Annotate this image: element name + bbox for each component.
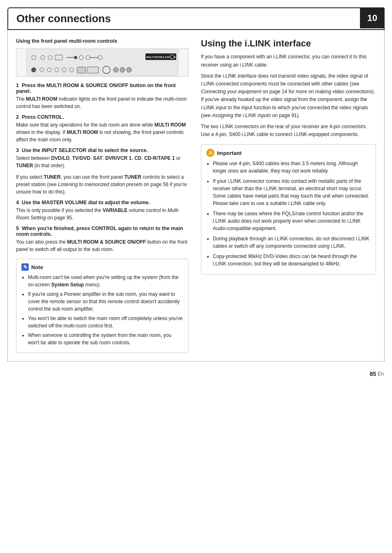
important-item-2: If your i.LINK connector comes into cont… xyxy=(213,177,371,207)
step-3b-body: If you select TUNER, you can use the fro… xyxy=(16,173,189,196)
important-box-title: ⚠ Important xyxy=(206,149,371,157)
panel-svg: MULTI ROOM & SOURCE xyxy=(26,49,178,76)
important-item-4: During playback through an i.LINK connec… xyxy=(213,235,371,250)
step-3-body: Select between DVD/LD, TV/DVD, SAT, DVR/… xyxy=(16,154,189,169)
step-1: 1 Press the MULTI ROOM & SOURCE ON/OFF b… xyxy=(16,83,189,110)
right-para-2: Since the i.LINK interface does not tran… xyxy=(201,72,376,120)
svg-rect-21 xyxy=(87,67,99,73)
step-3: 3 Use the INPUT SELECTOR dial to select … xyxy=(16,147,189,169)
step-3b: If you select TUNER, you can use the fro… xyxy=(16,173,189,196)
right-column: Using the i.LINK interface If you have a… xyxy=(201,38,376,353)
step-5-body: You can also press the MULTI ROOM & SOUR… xyxy=(16,238,189,253)
step-4-body: This is only possible if you selected th… xyxy=(16,207,189,221)
step-3-heading: 3 Use the INPUT SELECTOR dial to select … xyxy=(16,147,189,153)
note-item-2: If you're using a Pioneer amplifier in t… xyxy=(28,290,183,313)
right-section-heading: Using the i.LINK interface xyxy=(201,38,376,49)
note-list: Multi-room can't be used when you're set… xyxy=(21,274,183,346)
note-item-4: When someone is controlling the system f… xyxy=(28,332,183,346)
important-list: Please use 4-pin, S400 cables less than … xyxy=(206,160,371,267)
step-2: 2 Press CONTROL. Make sure that any oper… xyxy=(16,114,189,143)
note-icon: ✎ xyxy=(21,263,29,271)
important-item-5: Copy-protected 96kHz DVD-Video discs can… xyxy=(213,253,371,267)
important-item-1: Please use 4-pin, S400 cables less than … xyxy=(213,160,371,175)
right-para-3: The two i.LINK connectors on the rear of… xyxy=(201,123,376,138)
svg-point-23 xyxy=(113,67,118,72)
step-2-body: Make sure that any operations for the su… xyxy=(16,121,189,143)
step-1-heading: 1 Press the MULTI ROOM & SOURCE ON/OFF b… xyxy=(16,83,189,94)
important-item-3: There may be cases where the PQLS/rate c… xyxy=(213,210,371,232)
svg-point-24 xyxy=(120,67,125,72)
right-para-1: If you have a component with an i.LINK c… xyxy=(201,53,376,69)
step-2-heading: 2 Press CONTROL. xyxy=(16,114,189,120)
important-box: ⚠ Important Please use 4-pin, S400 cable… xyxy=(201,144,376,275)
important-icon: ⚠ xyxy=(206,149,214,157)
page-header: Other connections 10 xyxy=(7,7,385,30)
front-panel-image: MULTI ROOM & SOURCE xyxy=(16,48,189,77)
step-1-body: The MULTI ROOM indicator lights on the f… xyxy=(16,95,189,110)
step-4: 4 Use the MASTER VOLUME dial to adjust t… xyxy=(16,200,189,221)
content-area: Using the front panel multi-room control… xyxy=(7,30,385,362)
footer-page-number: 85 xyxy=(370,371,376,377)
left-column: Using the front panel multi-room control… xyxy=(16,38,189,353)
svg-point-13 xyxy=(170,55,174,59)
svg-rect-20 xyxy=(77,67,85,73)
page-title: Other connections xyxy=(16,12,111,25)
note-item-3: You won't be able to switch the main roo… xyxy=(28,315,183,329)
svg-point-14 xyxy=(31,67,36,72)
note-item-1: Multi-room can't be used when you're set… xyxy=(28,274,183,288)
svg-point-25 xyxy=(127,67,131,72)
note-box: ✎ Note Multi-room can't be used when you… xyxy=(16,259,189,353)
step-5-heading: 5 When you're finished, press CONTROL ag… xyxy=(16,226,189,237)
chapter-number: 10 xyxy=(360,7,385,28)
svg-point-6 xyxy=(74,56,77,59)
note-box-title: ✎ Note xyxy=(21,263,183,271)
step-5: 5 When you're finished, press CONTROL ag… xyxy=(16,226,189,253)
page-footer: 85 En xyxy=(0,369,392,379)
section-heading-multiroom: Using the front panel multi-room control… xyxy=(16,38,189,44)
step-4-heading: 4 Use the MASTER VOLUME dial to adjust t… xyxy=(16,200,189,205)
footer-lang: En xyxy=(378,371,384,377)
